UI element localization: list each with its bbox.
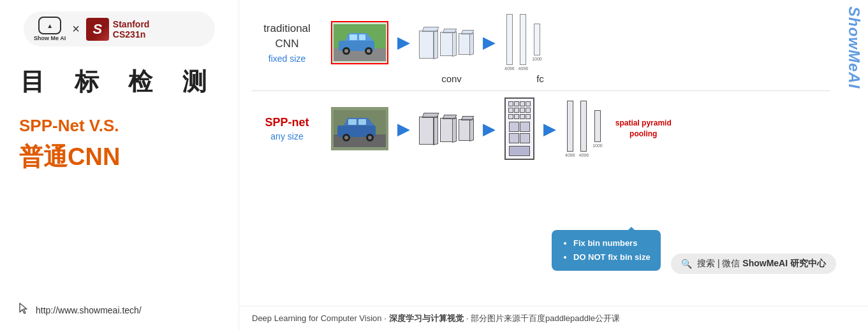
subtitle-cnn: 普通CNN	[13, 141, 120, 173]
footer-bar: Deep Learning for Computer Vision · 深度学习…	[239, 306, 868, 330]
svg-point-8	[367, 49, 371, 53]
spp-net-label: SPP-net	[265, 116, 309, 129]
spp-label-col: SPP-net any size	[252, 116, 322, 141]
showmeai-logo: Show Me AI	[34, 17, 66, 41]
traditional-car-image	[331, 21, 388, 64]
spp-net-row: SPP-net any size ▶	[252, 97, 830, 160]
sidebar: Show Me AI × S Stanford CS231n 目 标 检 测 S…	[0, 0, 239, 330]
search-text: 搜索 | 微信 ShowMeAI 研究中心	[697, 258, 826, 269]
watermark-vertical: ShowMeAI	[845, 6, 863, 89]
conv-block-1	[419, 27, 438, 59]
subtitle-spp: SPP-Net V.S.	[13, 116, 119, 136]
svg-point-17	[368, 136, 372, 140]
footer-text: Deep Learning for Computer Vision ·	[252, 313, 386, 323]
page-title-cn: 目 标 检 测	[20, 66, 218, 98]
stanford-s-icon: S	[86, 18, 109, 41]
svg-rect-12	[348, 119, 357, 125]
traditional-label: traditional CNN fixed size	[252, 21, 322, 64]
times-symbol: ×	[72, 22, 80, 36]
svg-rect-13	[358, 119, 366, 125]
any-size-label: any size	[270, 131, 303, 141]
conv-fc-labels-row: conv fc	[252, 73, 830, 84]
stanford-course: CS231n	[113, 29, 150, 39]
stanford-name: Stanford	[113, 19, 150, 29]
fc-blocks-traditional: 4096 4096 1000	[504, 14, 542, 71]
stanford-text: Stanford CS231n	[113, 19, 150, 39]
spp-car-image	[331, 107, 388, 150]
spp-pyramid-block	[504, 97, 534, 160]
stanford-logo: S Stanford CS231n	[86, 18, 150, 41]
logo-bar: Show Me AI × S Stanford CS231n	[24, 11, 215, 47]
search-bar[interactable]: 🔍 搜索 | 微信 ShowMeAI 研究中心	[671, 254, 836, 274]
traditional-cnn-row: traditional CNN fixed size	[252, 14, 830, 71]
showmeai-text: Show Me AI	[34, 35, 66, 41]
arrow-to-conv-traditional: ▶	[397, 32, 410, 52]
search-icon: 🔍	[681, 259, 692, 269]
arrow-to-fc-traditional: ▶	[483, 32, 496, 52]
conv-blocks-spp	[419, 113, 474, 145]
svg-rect-4	[359, 34, 365, 40]
svg-rect-3	[349, 34, 357, 40]
main-content: traditional CNN fixed size	[239, 0, 868, 330]
footer-end: · 部分图片来源千百度paddlepaddle公开课	[466, 313, 620, 324]
website-icon	[17, 301, 31, 319]
svg-point-6	[344, 49, 348, 53]
svg-point-15	[344, 136, 348, 140]
arrow-to-fc-spp: ▶	[543, 119, 556, 139]
conv-label: conv	[423, 73, 480, 84]
website-row: http://www.showmeai.tech/	[13, 301, 142, 319]
divider	[252, 90, 830, 91]
conv-block-2	[440, 29, 457, 57]
website-url[interactable]: http://www.showmeai.tech/	[36, 305, 142, 315]
fixed-size-label: fixed size	[268, 54, 305, 64]
fc-label: fc	[515, 73, 566, 84]
conv-blocks-traditional	[419, 27, 474, 59]
footer-cn: 深度学习与计算视觉	[389, 313, 464, 324]
showmeai-icon	[38, 17, 61, 34]
fc-blocks-spp: 4096 4096 1000	[565, 101, 603, 157]
arrow-to-conv-spp: ▶	[397, 119, 410, 139]
arrow-to-spp-block: ▶	[483, 119, 496, 139]
car-svg-traditional	[334, 24, 386, 61]
callout-bubble: Fix bin numbers DO NOT fix bin size	[552, 230, 661, 271]
spatial-pyramid-label: spatial pyramid pooling	[615, 118, 672, 140]
car-svg-spp	[334, 110, 386, 147]
conv-block-3	[459, 30, 474, 55]
